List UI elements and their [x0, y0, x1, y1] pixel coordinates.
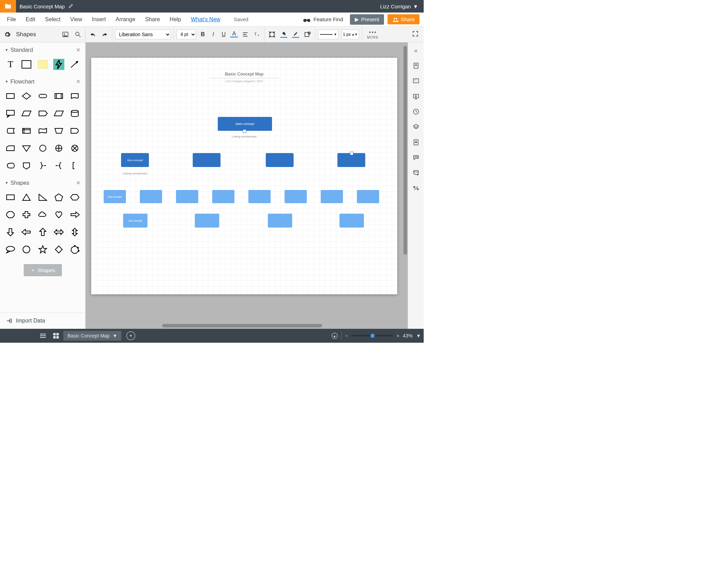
sh-diamond[interactable]: [53, 243, 65, 256]
chevron-down-icon[interactable]: ▼: [416, 333, 421, 339]
sh-arrow-right[interactable]: [69, 208, 81, 221]
fc-display[interactable]: [4, 159, 17, 172]
sh-arrow-ud[interactable]: [69, 226, 81, 238]
add-shapes-button[interactable]: ＋ Shapes: [24, 264, 62, 276]
rail-theme-icon[interactable]: [411, 137, 421, 148]
sh-callout-cloud[interactable]: [4, 243, 17, 256]
fc-brace-right[interactable]: [36, 159, 49, 172]
vertical-scrollbar[interactable]: [404, 46, 407, 255]
sh-polygon[interactable]: [69, 243, 81, 256]
section-standard[interactable]: ▼ Standard ×: [0, 42, 85, 57]
shape-arrow[interactable]: [69, 58, 81, 71]
connection-handle[interactable]: [350, 152, 353, 155]
node-sub[interactable]: [268, 214, 292, 228]
node-sub[interactable]: Sub-concept: [121, 153, 149, 167]
node-sub[interactable]: [176, 190, 198, 203]
node-sub[interactable]: Sub-concept: [104, 190, 126, 203]
sh-arrow-down[interactable]: [4, 226, 17, 238]
fill-color-button[interactable]: [279, 30, 288, 39]
menu-help[interactable]: Help: [165, 14, 186, 25]
node-sub[interactable]: [193, 153, 221, 167]
sh-right-triangle[interactable]: [36, 191, 49, 204]
shape-rectangle[interactable]: [20, 58, 33, 71]
fc-connector[interactable]: [36, 142, 49, 154]
close-icon[interactable]: ×: [76, 78, 80, 86]
fc-bracket[interactable]: [69, 159, 81, 172]
node-sub[interactable]: [339, 214, 364, 228]
zoom-in-button[interactable]: +: [397, 333, 399, 339]
fc-tape[interactable]: [36, 125, 49, 137]
fc-parallelogram[interactable]: [53, 107, 65, 120]
fc-terminator[interactable]: [36, 90, 49, 102]
list-view-icon[interactable]: [38, 331, 49, 341]
bold-button[interactable]: B: [199, 31, 207, 38]
node-sub[interactable]: [248, 190, 271, 203]
document-title[interactable]: Basic Concept Map: [16, 3, 68, 9]
close-icon[interactable]: ×: [76, 46, 80, 54]
fc-process[interactable]: [4, 90, 17, 102]
fc-or[interactable]: [69, 142, 81, 154]
undo-icon[interactable]: [88, 30, 97, 39]
menu-insert[interactable]: Insert: [87, 14, 111, 25]
import-data-button[interactable]: Import Data: [0, 312, 85, 329]
sh-rect[interactable]: [4, 191, 17, 204]
menu-share[interactable]: Share: [140, 14, 165, 25]
fc-card[interactable]: [4, 142, 17, 154]
node-sub[interactable]: [357, 190, 379, 203]
font-select[interactable]: Liberation Sans: [115, 30, 171, 39]
fc-database[interactable]: [69, 107, 81, 120]
fc-callout[interactable]: [4, 107, 17, 120]
node-sub[interactable]: [285, 190, 307, 203]
fc-pentagon[interactable]: [36, 107, 49, 120]
grid-view-icon[interactable]: [51, 331, 61, 341]
node-sub[interactable]: Sub-concept: [123, 214, 147, 228]
fc-summing[interactable]: [53, 142, 65, 154]
sh-circle[interactable]: [20, 243, 33, 256]
redo-icon[interactable]: [100, 30, 109, 39]
fill-bounds-button[interactable]: [267, 30, 277, 39]
node-sub[interactable]: [140, 190, 162, 203]
rail-layers-icon[interactable]: [411, 122, 421, 132]
section-flowchart[interactable]: ▼ Flowchart ×: [0, 74, 85, 88]
rail-data-icon[interactable]: [411, 168, 421, 178]
shape-sticky-note[interactable]: [36, 58, 49, 71]
sh-hexagon[interactable]: [69, 191, 81, 204]
insert-image-icon[interactable]: [61, 30, 70, 39]
zoom-slider[interactable]: [351, 335, 393, 336]
zoom-out-button[interactable]: −: [345, 333, 348, 339]
gear-icon[interactable]: [3, 30, 12, 39]
page-tab[interactable]: Basic Concept Map ▼: [63, 331, 121, 341]
fc-manual[interactable]: [53, 125, 65, 137]
user-menu[interactable]: Lizz Corrigan ▼: [377, 3, 424, 9]
link-label[interactable]: Linking word/phrase: [121, 172, 149, 175]
sh-heart[interactable]: [53, 208, 65, 221]
collapse-rail-icon[interactable]: «: [411, 45, 421, 56]
menu-file[interactable]: File: [2, 14, 21, 25]
shape-options-button[interactable]: [303, 30, 312, 39]
autosync-icon[interactable]: ▲: [331, 333, 338, 339]
fc-document[interactable]: [69, 90, 81, 102]
menu-whats-new[interactable]: What's New: [186, 14, 225, 25]
sh-star[interactable]: [36, 243, 49, 256]
line-width-select[interactable]: 1 px▲▼: [342, 30, 359, 39]
rename-icon[interactable]: [68, 3, 74, 10]
page-title-block[interactable]: Basic Concept Map Lizz Corrigan | August…: [209, 72, 279, 83]
fc-stored[interactable]: [4, 125, 17, 137]
underline-button[interactable]: U: [220, 31, 227, 38]
sh-arrow-up[interactable]: [36, 226, 49, 238]
fc-internal[interactable]: [20, 125, 33, 137]
node-sub[interactable]: [266, 153, 294, 167]
close-icon[interactable]: ×: [76, 179, 80, 187]
node-main-concept[interactable]: Main concept: [218, 117, 272, 131]
menu-view[interactable]: View: [65, 14, 87, 25]
sh-cross[interactable]: [20, 208, 33, 221]
node-sub[interactable]: [321, 190, 343, 203]
fullscreen-icon[interactable]: [407, 30, 424, 39]
rail-history-icon[interactable]: [411, 106, 421, 117]
sh-arrow-left[interactable]: [20, 226, 33, 238]
present-button[interactable]: ▶ Present: [350, 14, 384, 25]
rail-magic-icon[interactable]: [411, 183, 421, 193]
shape-action[interactable]: [53, 58, 65, 71]
connection-handle[interactable]: [243, 129, 246, 133]
menu-select[interactable]: Select: [40, 14, 65, 25]
